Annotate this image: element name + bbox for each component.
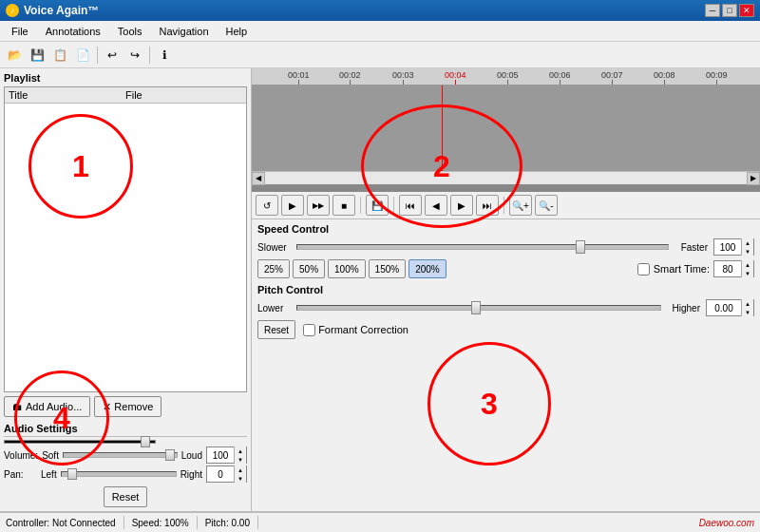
menu-navigation[interactable]: Navigation: [152, 24, 217, 39]
pan-down[interactable]: ▼: [235, 474, 246, 483]
pan-spinbox[interactable]: 0 ▲ ▼: [206, 466, 247, 483]
formant-correction-label: Formant Correction: [318, 324, 408, 335]
pitch-value: 0.00: [707, 300, 741, 315]
time-ruler: 00:01 00:02 00:03 00:04 00:05: [252, 68, 760, 86]
loop-button[interactable]: ↺: [256, 195, 278, 216]
next-button[interactable]: ▶: [450, 195, 473, 216]
smart-time-spinbox[interactable]: 80 ▲ ▼: [713, 260, 754, 277]
smart-time-row: Smart Time: 80 ▲ ▼: [637, 260, 754, 277]
pitch-slider-thumb[interactable]: [471, 301, 481, 314]
toolbar-copy[interactable]: 📋: [49, 45, 70, 66]
speed-up[interactable]: ▲: [742, 238, 753, 247]
maximize-button[interactable]: □: [722, 4, 737, 17]
speed-slider-row: Slower Faster 100 ▲ ▼: [257, 238, 754, 256]
waveform-container: 0.00 00:01 00:02 00:03 00:04: [252, 68, 760, 192]
speed-25[interactable]: 25%: [257, 259, 290, 278]
ruler-mark-9: 00:09: [706, 70, 728, 85]
playlist-buttons: 🖿 Add Audio... ✕ Remove: [4, 396, 247, 417]
playlist-content: [5, 104, 246, 389]
audio-reset-button[interactable]: Reset: [104, 486, 148, 507]
menu-tools[interactable]: Tools: [110, 24, 150, 39]
add-audio-button[interactable]: 🖿 Add Audio...: [4, 396, 90, 417]
transport-sep2: [393, 197, 394, 214]
pan-slider-track[interactable]: [61, 471, 177, 477]
scroll-right[interactable]: ▶: [747, 172, 760, 185]
speed-200[interactable]: 200%: [408, 259, 446, 278]
menu-bar: File Annotations Tools Navigation Help: [0, 21, 760, 42]
pan-slider-thumb[interactable]: [67, 468, 77, 480]
ruler-mark-3: 00:03: [392, 70, 414, 85]
toolbar-redo[interactable]: ↪: [124, 45, 145, 66]
speed-50[interactable]: 50%: [293, 259, 325, 278]
toolbar-save[interactable]: 💾: [27, 45, 48, 66]
pitch-slider-track[interactable]: [296, 305, 661, 311]
volume-down[interactable]: ▼: [235, 455, 246, 464]
scroll-track[interactable]: [265, 172, 747, 184]
transport-sep1: [360, 197, 361, 214]
speed-down[interactable]: ▼: [742, 247, 753, 256]
controls-area: Speed Control Slower Faster 100 ▲ ▼: [252, 219, 760, 511]
remove-button[interactable]: ✕ Remove: [94, 396, 162, 417]
toolbar-separator2: [149, 47, 150, 64]
scroll-left[interactable]: ◀: [252, 172, 265, 185]
toolbar-new[interactable]: 📄: [72, 45, 93, 66]
playlist-title: Playlist: [4, 72, 247, 84]
save-button[interactable]: 💾: [366, 195, 389, 216]
pan-up[interactable]: ▲: [235, 466, 246, 474]
title-bar: ♪ Voice Again™ ─ □ ✕: [0, 0, 760, 21]
playlist-header: Title File: [5, 87, 246, 104]
speed-slider-track[interactable]: [296, 244, 669, 250]
pitch-control-title: Pitch Control: [257, 284, 754, 295]
pitch-reset-button[interactable]: Reset: [257, 320, 295, 339]
menu-annotations[interactable]: Annotations: [38, 24, 108, 39]
ruler-mark-7: 00:07: [601, 70, 623, 85]
close-button[interactable]: ✕: [739, 4, 754, 17]
play-button[interactable]: ▶▶: [307, 195, 330, 216]
speed-spinbox[interactable]: 100 ▲ ▼: [713, 238, 754, 256]
pan-value: 0: [207, 466, 234, 482]
speed-faster-label: Faster: [674, 242, 708, 253]
formant-correction-checkbox[interactable]: [303, 324, 315, 336]
toolbar-info[interactable]: ℹ: [154, 45, 175, 66]
toolbar-undo[interactable]: ↩: [102, 45, 123, 66]
menu-help[interactable]: Help: [218, 24, 256, 39]
volume-thumb[interactable]: [141, 436, 150, 447]
ruler-mark-2: 00:02: [339, 70, 361, 85]
pitch-up[interactable]: ▲: [742, 299, 753, 308]
pitch-spinbox[interactable]: 0.00 ▲ ▼: [706, 299, 754, 316]
prev-button[interactable]: ◀: [425, 195, 447, 216]
pitch-higher-label: Higher: [667, 303, 700, 314]
pitch-down[interactable]: ▼: [742, 308, 753, 316]
speed-100[interactable]: 100%: [328, 259, 366, 278]
col-file: File: [125, 89, 242, 101]
volume-full-slider[interactable]: [4, 440, 156, 444]
zoom-out-button[interactable]: 🔍-: [535, 195, 558, 216]
smart-time-checkbox[interactable]: [637, 263, 650, 276]
playlist-area: Title File: [4, 86, 247, 392]
menu-file[interactable]: File: [4, 24, 36, 39]
volume-slider-track[interactable]: [63, 452, 178, 458]
toolbar-open[interactable]: 📂: [4, 45, 25, 66]
volume-up[interactable]: ▲: [235, 446, 246, 455]
volume-slider-thumb[interactable]: [165, 449, 175, 461]
volume-spinbox[interactable]: 100 ▲ ▼: [206, 446, 247, 464]
smart-time-value: 80: [714, 261, 741, 276]
smart-time-up[interactable]: ▲: [742, 260, 753, 269]
speed-150[interactable]: 150%: [369, 259, 407, 278]
pitch-control-section: Pitch Control Lower Higher 0.00 ▲ ▼: [257, 284, 754, 339]
playhead: [442, 86, 443, 171]
speed-slider-thumb[interactable]: [576, 240, 585, 254]
prev-track-button[interactable]: ⏮: [399, 195, 422, 216]
app-icon: ♪: [6, 4, 19, 17]
h-scrollbar[interactable]: ◀ ▶: [252, 171, 760, 184]
zoom-in-button[interactable]: 🔍+: [509, 195, 532, 216]
pan-label: Pan:: [4, 469, 37, 480]
play-pause-button[interactable]: ▶: [281, 195, 304, 216]
minimize-button[interactable]: ─: [705, 4, 720, 17]
status-bar: Controller: Not Connected Speed: 100% Pi…: [0, 511, 760, 532]
next-track-button[interactable]: ⏭: [476, 195, 499, 216]
ruler-mark-8: 00:08: [654, 70, 675, 85]
stop-button[interactable]: ■: [332, 195, 355, 216]
ruler-mark-4: 00:04: [445, 70, 466, 85]
smart-time-down[interactable]: ▼: [742, 269, 753, 277]
